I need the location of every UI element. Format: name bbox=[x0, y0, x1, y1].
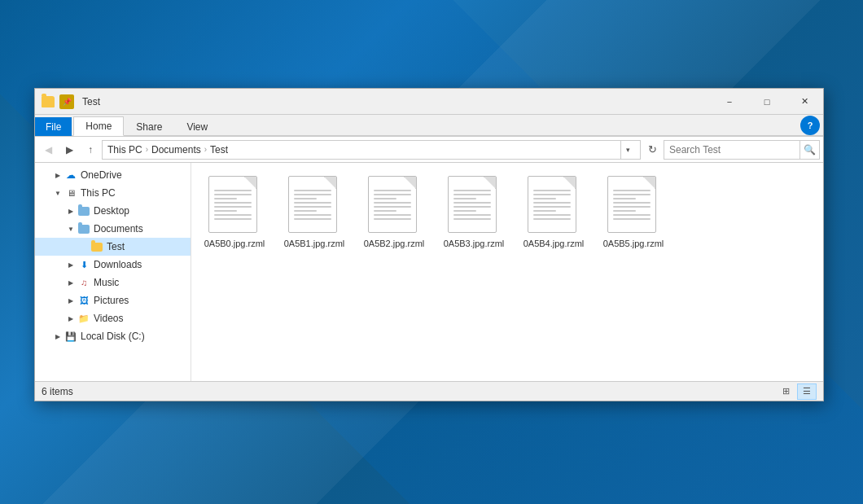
close-button[interactable]: ✕ bbox=[786, 89, 823, 115]
maximize-button[interactable]: □ bbox=[748, 89, 786, 115]
file-item[interactable]: 0A5B5.jpg.rzml bbox=[597, 169, 670, 256]
address-dropdown[interactable]: ▾ bbox=[620, 141, 635, 159]
file-name: 0A5B3.jpg.rzml bbox=[444, 238, 505, 249]
sidebar-item-music[interactable]: ▶ ♫ Music bbox=[35, 274, 191, 291]
help-button[interactable]: ? bbox=[800, 116, 820, 135]
crumb-test[interactable]: Test bbox=[210, 144, 228, 156]
up-button[interactable]: ↑ bbox=[81, 140, 100, 160]
desktop-folder-icon bbox=[77, 204, 90, 217]
search-box: 🔍 bbox=[664, 140, 820, 160]
ribbon: File Home Share View ? bbox=[35, 115, 823, 137]
view-list-button[interactable]: ⊞ bbox=[776, 383, 795, 400]
sidebar-label-local-disk: Local Disk (C:) bbox=[81, 331, 145, 342]
ribbon-tabs: File Home Share View ? bbox=[35, 115, 823, 136]
minimize-button[interactable]: − bbox=[711, 89, 748, 115]
expand-pictures: ▶ bbox=[64, 294, 77, 307]
crumb-sep-1: › bbox=[146, 145, 148, 154]
view-detail-button[interactable]: ☰ bbox=[797, 383, 817, 400]
videos-icon: 📁 bbox=[77, 312, 90, 325]
expand-this-pc: ▼ bbox=[51, 186, 64, 199]
window-title: Test bbox=[82, 96, 711, 107]
address-box[interactable]: This PC › Documents › Test ▾ bbox=[102, 140, 641, 160]
file-area: 0A5B0.jpg.rzml0A5B1.jpg.rzml0A5B2.jpg.rz… bbox=[191, 163, 823, 381]
file-item[interactable]: 0A5B3.jpg.rzml bbox=[437, 169, 510, 256]
pc-icon: 🖥 bbox=[64, 186, 77, 199]
tab-view[interactable]: View bbox=[174, 117, 220, 136]
music-icon: ♫ bbox=[77, 276, 90, 289]
expand-documents: ▼ bbox=[64, 222, 77, 235]
expand-videos: ▶ bbox=[64, 312, 77, 325]
sidebar-label-desktop: Desktop bbox=[94, 205, 129, 217]
breadcrumb: This PC › Documents › Test bbox=[107, 144, 228, 156]
pictures-icon: 🖼 bbox=[77, 294, 90, 307]
address-bar: ◀ ▶ ↑ This PC › Documents › Test ▾ ↻ 🔍 bbox=[35, 137, 823, 163]
pin-icon: 📌 bbox=[59, 94, 74, 109]
refresh-button[interactable]: ↻ bbox=[642, 140, 662, 160]
sidebar-item-onedrive[interactable]: ▶ ☁ OneDrive bbox=[35, 166, 191, 184]
title-bar-icons: 📌 bbox=[42, 94, 76, 109]
explorer-window: 📌 Test − □ ✕ File Home Share View ? ◀ ▶ … bbox=[34, 88, 824, 401]
tab-home[interactable]: Home bbox=[73, 116, 124, 136]
file-item[interactable]: 0A5B2.jpg.rzml bbox=[357, 169, 431, 256]
sidebar-label-pictures: Pictures bbox=[94, 295, 129, 306]
status-bar: 6 items ⊞ ☰ bbox=[35, 381, 823, 401]
file-name: 0A5B2.jpg.rzml bbox=[364, 238, 425, 249]
search-button[interactable]: 🔍 bbox=[799, 141, 819, 159]
address-box-end: ▾ bbox=[620, 141, 635, 159]
back-button[interactable]: ◀ bbox=[38, 140, 58, 160]
item-count: 6 items bbox=[42, 386, 73, 397]
file-name: 0A5B1.jpg.rzml bbox=[284, 238, 345, 249]
test-folder-icon bbox=[90, 240, 103, 253]
cloud-icon: ☁ bbox=[64, 169, 77, 182]
tab-share[interactable]: Share bbox=[124, 117, 174, 136]
sidebar-item-local-disk[interactable]: ▶ 💾 Local Disk (C:) bbox=[35, 327, 191, 345]
view-buttons: ⊞ ☰ bbox=[776, 383, 817, 400]
window-folder-icon bbox=[42, 96, 55, 107]
sidebar-item-downloads[interactable]: ▶ ⬇ Downloads bbox=[35, 256, 191, 274]
sidebar-label-documents: Documents bbox=[94, 223, 143, 234]
documents-folder-icon bbox=[77, 222, 90, 235]
title-bar: 📌 Test − □ ✕ bbox=[35, 89, 823, 115]
sidebar-item-videos[interactable]: ▶ 📁 Videos bbox=[35, 309, 191, 327]
sidebar-item-documents[interactable]: ▼ Documents bbox=[35, 220, 191, 238]
file-item[interactable]: 0A5B0.jpg.rzml bbox=[198, 169, 271, 256]
expand-onedrive: ▶ bbox=[51, 169, 64, 182]
forward-button[interactable]: ▶ bbox=[59, 140, 79, 160]
expand-local-disk: ▶ bbox=[51, 330, 64, 343]
tab-file[interactable]: File bbox=[35, 117, 72, 136]
sidebar: ▶ ☁ OneDrive ▼ 🖥 This PC ▶ Des bbox=[35, 163, 191, 381]
file-item[interactable]: 0A5B1.jpg.rzml bbox=[278, 169, 351, 256]
expand-downloads: ▶ bbox=[64, 258, 77, 271]
crumb-documents[interactable]: Documents bbox=[151, 144, 201, 156]
sidebar-item-desktop[interactable]: ▶ Desktop bbox=[35, 202, 191, 220]
search-input[interactable] bbox=[664, 144, 799, 156]
expand-test bbox=[77, 240, 90, 253]
crumb-sep-2: › bbox=[204, 145, 207, 154]
file-name: 0A5B4.jpg.rzml bbox=[523, 238, 585, 249]
sidebar-label-downloads: Downloads bbox=[94, 259, 142, 270]
sidebar-label-music: Music bbox=[94, 277, 119, 288]
crumb-this-pc[interactable]: This PC bbox=[107, 144, 142, 156]
hdd-icon: 💾 bbox=[64, 330, 77, 343]
main-area: ▶ ☁ OneDrive ▼ 🖥 This PC ▶ Des bbox=[35, 163, 823, 381]
sidebar-item-pictures[interactable]: ▶ 🖼 Pictures bbox=[35, 291, 191, 309]
downloads-icon: ⬇ bbox=[77, 258, 90, 271]
sidebar-item-test[interactable]: Test bbox=[35, 238, 191, 256]
expand-desktop: ▶ bbox=[64, 204, 77, 217]
expand-music: ▶ bbox=[64, 276, 77, 289]
window-controls: − □ ✕ bbox=[711, 89, 823, 115]
sidebar-label-this-pc: This PC bbox=[81, 187, 116, 199]
sidebar-label-videos: Videos bbox=[94, 313, 123, 324]
sidebar-label-onedrive: OneDrive bbox=[81, 169, 122, 181]
file-item[interactable]: 0A5B4.jpg.rzml bbox=[517, 169, 590, 256]
sidebar-item-this-pc[interactable]: ▼ 🖥 This PC bbox=[35, 184, 191, 202]
sidebar-label-test: Test bbox=[107, 241, 125, 252]
file-name: 0A5B5.jpg.rzml bbox=[603, 238, 664, 249]
file-name: 0A5B0.jpg.rzml bbox=[204, 238, 265, 249]
